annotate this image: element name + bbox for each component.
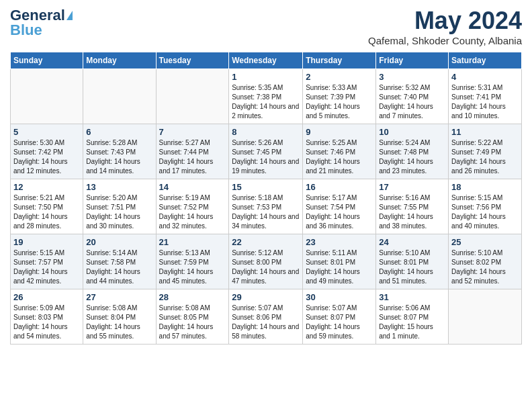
calendar-cell: 30Sunrise: 5:07 AM Sunset: 8:07 PM Dayli… <box>303 289 376 345</box>
col-header-sunday: Sunday <box>11 52 83 69</box>
day-info: Sunrise: 5:27 AM Sunset: 7:44 PM Dayligh… <box>159 138 226 176</box>
calendar-cell: 1Sunrise: 5:35 AM Sunset: 7:38 PM Daylig… <box>229 69 303 124</box>
col-header-wednesday: Wednesday <box>229 52 303 69</box>
logo-triangle-icon <box>66 11 73 20</box>
calendar-cell <box>156 69 229 124</box>
day-info: Sunrise: 5:10 AM Sunset: 8:01 PM Dayligh… <box>379 248 445 286</box>
col-header-friday: Friday <box>376 52 449 69</box>
calendar-cell: 11Sunrise: 5:22 AM Sunset: 7:49 PM Dayli… <box>449 124 522 179</box>
calendar-cell: 17Sunrise: 5:16 AM Sunset: 7:55 PM Dayli… <box>376 179 449 234</box>
logo-blue: Blue <box>10 21 42 39</box>
day-info: Sunrise: 5:24 AM Sunset: 7:48 PM Dayligh… <box>379 138 445 176</box>
day-number: 26 <box>13 292 80 302</box>
calendar-header-row: SundayMondayTuesdayWednesdayThursdayFrid… <box>11 52 522 69</box>
title-block: May 2024 Qafemal, Shkoder County, Albani… <box>368 7 522 46</box>
col-header-saturday: Saturday <box>449 52 522 69</box>
calendar-cell: 21Sunrise: 5:13 AM Sunset: 7:59 PM Dayli… <box>156 234 229 289</box>
calendar-cell: 2Sunrise: 5:33 AM Sunset: 7:39 PM Daylig… <box>303 69 376 124</box>
day-number: 4 <box>451 72 519 82</box>
day-info: Sunrise: 5:08 AM Sunset: 8:05 PM Dayligh… <box>159 304 226 341</box>
day-info: Sunrise: 5:07 AM Sunset: 8:06 PM Dayligh… <box>232 304 300 341</box>
day-number: 11 <box>451 127 519 137</box>
day-info: Sunrise: 5:35 AM Sunset: 7:38 PM Dayligh… <box>232 83 300 121</box>
day-info: Sunrise: 5:12 AM Sunset: 8:00 PM Dayligh… <box>232 248 300 286</box>
calendar-cell: 29Sunrise: 5:07 AM Sunset: 8:06 PM Dayli… <box>229 289 303 345</box>
calendar-cell: 5Sunrise: 5:30 AM Sunset: 7:42 PM Daylig… <box>11 124 83 179</box>
logo: General Blue <box>10 7 73 39</box>
calendar-cell: 18Sunrise: 5:15 AM Sunset: 7:56 PM Dayli… <box>449 179 522 234</box>
col-header-tuesday: Tuesday <box>156 52 229 69</box>
day-info: Sunrise: 5:19 AM Sunset: 7:52 PM Dayligh… <box>159 193 226 231</box>
day-number: 1 <box>232 72 300 82</box>
day-info: Sunrise: 5:21 AM Sunset: 7:50 PM Dayligh… <box>13 193 80 231</box>
calendar-cell: 26Sunrise: 5:09 AM Sunset: 8:03 PM Dayli… <box>11 289 83 345</box>
day-info: Sunrise: 5:18 AM Sunset: 7:53 PM Dayligh… <box>232 193 300 231</box>
day-number: 17 <box>379 182 445 192</box>
calendar-cell: 14Sunrise: 5:19 AM Sunset: 7:52 PM Dayli… <box>156 179 229 234</box>
calendar-cell: 25Sunrise: 5:10 AM Sunset: 8:02 PM Dayli… <box>449 234 522 289</box>
day-number: 15 <box>232 182 300 192</box>
calendar-cell: 12Sunrise: 5:21 AM Sunset: 7:50 PM Dayli… <box>11 179 83 234</box>
calendar-cell: 10Sunrise: 5:24 AM Sunset: 7:48 PM Dayli… <box>376 124 449 179</box>
day-info: Sunrise: 5:16 AM Sunset: 7:55 PM Dayligh… <box>379 193 445 231</box>
calendar-cell: 22Sunrise: 5:12 AM Sunset: 8:00 PM Dayli… <box>229 234 303 289</box>
calendar-cell <box>11 69 83 124</box>
calendar-week-4: 19Sunrise: 5:15 AM Sunset: 7:57 PM Dayli… <box>11 234 522 289</box>
day-number: 24 <box>379 237 445 247</box>
day-number: 30 <box>306 292 373 302</box>
calendar-cell: 15Sunrise: 5:18 AM Sunset: 7:53 PM Dayli… <box>229 179 303 234</box>
day-info: Sunrise: 5:33 AM Sunset: 7:39 PM Dayligh… <box>306 83 373 121</box>
day-number: 13 <box>86 182 152 192</box>
day-number: 14 <box>159 182 226 192</box>
day-info: Sunrise: 5:14 AM Sunset: 7:58 PM Dayligh… <box>86 248 152 286</box>
calendar-week-5: 26Sunrise: 5:09 AM Sunset: 8:03 PM Dayli… <box>11 289 522 345</box>
day-info: Sunrise: 5:25 AM Sunset: 7:46 PM Dayligh… <box>306 138 373 176</box>
day-info: Sunrise: 5:28 AM Sunset: 7:43 PM Dayligh… <box>86 138 152 176</box>
calendar-cell <box>83 69 156 124</box>
calendar-cell: 27Sunrise: 5:08 AM Sunset: 8:04 PM Dayli… <box>83 289 156 345</box>
day-info: Sunrise: 5:26 AM Sunset: 7:45 PM Dayligh… <box>232 138 300 176</box>
calendar-cell: 3Sunrise: 5:32 AM Sunset: 7:40 PM Daylig… <box>376 69 449 124</box>
day-info: Sunrise: 5:17 AM Sunset: 7:54 PM Dayligh… <box>306 193 373 231</box>
calendar-week-1: 1Sunrise: 5:35 AM Sunset: 7:38 PM Daylig… <box>11 69 522 124</box>
day-info: Sunrise: 5:07 AM Sunset: 8:07 PM Dayligh… <box>306 304 373 341</box>
day-info: Sunrise: 5:11 AM Sunset: 8:01 PM Dayligh… <box>306 248 373 286</box>
calendar-table: SundayMondayTuesdayWednesdayThursdayFrid… <box>10 52 522 345</box>
day-number: 28 <box>159 292 226 302</box>
day-number: 8 <box>232 127 300 137</box>
day-number: 31 <box>379 292 445 302</box>
day-number: 3 <box>379 72 445 82</box>
day-info: Sunrise: 5:09 AM Sunset: 8:03 PM Dayligh… <box>13 304 80 341</box>
day-number: 6 <box>86 127 152 137</box>
day-number: 10 <box>379 127 445 137</box>
day-info: Sunrise: 5:10 AM Sunset: 8:02 PM Dayligh… <box>451 248 519 286</box>
month-title: May 2024 <box>368 7 522 35</box>
day-info: Sunrise: 5:32 AM Sunset: 7:40 PM Dayligh… <box>379 83 445 121</box>
day-number: 9 <box>306 127 373 137</box>
day-info: Sunrise: 5:08 AM Sunset: 8:04 PM Dayligh… <box>86 304 152 341</box>
calendar-cell: 4Sunrise: 5:31 AM Sunset: 7:41 PM Daylig… <box>449 69 522 124</box>
calendar-cell: 13Sunrise: 5:20 AM Sunset: 7:51 PM Dayli… <box>83 179 156 234</box>
calendar-cell: 19Sunrise: 5:15 AM Sunset: 7:57 PM Dayli… <box>11 234 83 289</box>
day-number: 21 <box>159 237 226 247</box>
calendar-cell: 16Sunrise: 5:17 AM Sunset: 7:54 PM Dayli… <box>303 179 376 234</box>
calendar-cell <box>449 289 522 345</box>
calendar-week-3: 12Sunrise: 5:21 AM Sunset: 7:50 PM Dayli… <box>11 179 522 234</box>
calendar-cell: 9Sunrise: 5:25 AM Sunset: 7:46 PM Daylig… <box>303 124 376 179</box>
day-info: Sunrise: 5:15 AM Sunset: 7:57 PM Dayligh… <box>13 248 80 286</box>
col-header-monday: Monday <box>83 52 156 69</box>
day-number: 18 <box>451 182 519 192</box>
day-number: 20 <box>86 237 152 247</box>
day-number: 27 <box>86 292 152 302</box>
day-number: 16 <box>306 182 373 192</box>
day-info: Sunrise: 5:15 AM Sunset: 7:56 PM Dayligh… <box>451 193 519 231</box>
day-info: Sunrise: 5:22 AM Sunset: 7:49 PM Dayligh… <box>451 138 519 176</box>
calendar-cell: 20Sunrise: 5:14 AM Sunset: 7:58 PM Dayli… <box>83 234 156 289</box>
calendar-cell: 7Sunrise: 5:27 AM Sunset: 7:44 PM Daylig… <box>156 124 229 179</box>
day-number: 19 <box>13 237 80 247</box>
calendar-cell: 31Sunrise: 5:06 AM Sunset: 8:07 PM Dayli… <box>376 289 449 345</box>
calendar-cell: 6Sunrise: 5:28 AM Sunset: 7:43 PM Daylig… <box>83 124 156 179</box>
col-header-thursday: Thursday <box>303 52 376 69</box>
day-number: 5 <box>13 127 80 137</box>
day-number: 29 <box>232 292 300 302</box>
